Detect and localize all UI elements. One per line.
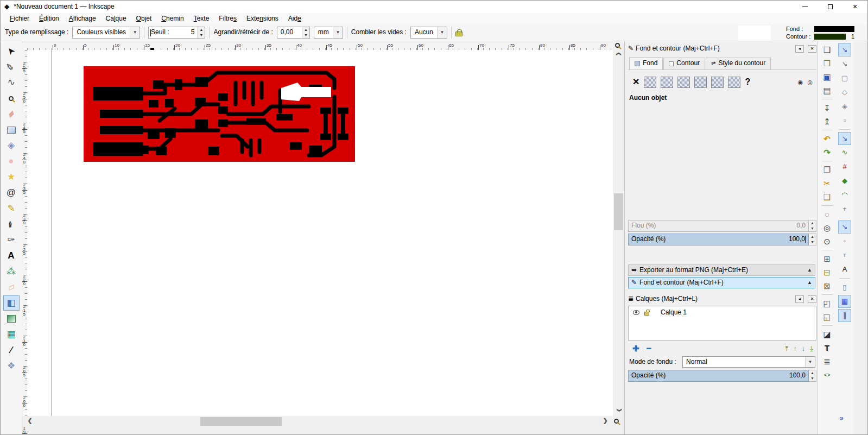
menu-aide[interactable]: Aide (283, 14, 306, 24)
threshold-spinner[interactable]: Seuil : 5 ▲▼ (148, 27, 205, 39)
dock-float-button[interactable]: ◂ (795, 295, 804, 303)
mesh-gradient-button[interactable] (694, 77, 707, 88)
zoom-page-button[interactable]: ⊙ (820, 235, 834, 248)
swatch-button[interactable] (728, 77, 740, 88)
xml-editor-button[interactable]: <> (820, 368, 834, 382)
tab-style-du-contour[interactable]: ⇌Style du contour (706, 58, 771, 70)
menu-chemin[interactable]: Chemin (156, 14, 188, 24)
export-png-button[interactable]: ↥ (820, 115, 834, 128)
reset-defaults-bucket-icon[interactable] (455, 31, 462, 36)
tool-node-editor[interactable]: ✐ (3, 59, 20, 74)
tool-measure[interactable]: ▰ (3, 106, 20, 122)
unlink-clone-button[interactable]: ⊠ (820, 279, 834, 293)
maximize-button[interactable] (818, 1, 842, 13)
export-png-bar[interactable]: ➥Exporter au format PNG (Maj+Ctrl+E)▲ (628, 264, 815, 276)
tool-tweak[interactable]: ∿ (3, 75, 20, 90)
tool-mesh-gradient[interactable]: ▦ (3, 327, 20, 342)
fill-stroke-dialog-button[interactable]: ◪ (820, 327, 834, 341)
flat-color-button[interactable] (644, 77, 656, 88)
undo-button[interactable]: ↶ (820, 132, 834, 146)
tool-text[interactable]: A (3, 248, 20, 263)
close-gaps-select[interactable]: Aucun ▼ (410, 27, 447, 39)
tool-pencil[interactable]: ✎ (3, 201, 20, 216)
vertical-scrollbar[interactable]: ❮ ❮ (613, 41, 624, 416)
snap-object-centers-button[interactable]: ◦ (838, 235, 851, 248)
snap-bbox-edge-midpoints-button[interactable]: ◈ (838, 100, 851, 113)
fill-type-select[interactable]: Couleurs visibles ▼ (72, 27, 140, 39)
snap-page-border-button[interactable]: ▯ (838, 281, 851, 294)
unknown-paint-button[interactable]: ? (745, 77, 750, 87)
snap-path-intersections-button[interactable]: # (838, 160, 851, 173)
horizontal-ruler[interactable]: 051015202530354045505560657075808590 (27, 43, 613, 50)
fill-stroke-bar[interactable]: ✎Fond et contour (Maj+Ctrl+F)▲ (628, 277, 815, 288)
layers-panel-header[interactable]: ≣ Calques (Maj+Ctrl+L) ◂ ✕ (628, 294, 816, 305)
spin-down-icon[interactable]: ▼ (809, 239, 816, 245)
blur-slider[interactable]: Flou (%) 0,0 (628, 220, 809, 232)
import-bitmap-button[interactable]: ↧ (820, 101, 834, 115)
zoom-corner-icon[interactable] (615, 43, 620, 48)
tool-selector[interactable]: ➤ (3, 43, 20, 59)
snap-guides-button[interactable]: ∥ (838, 309, 851, 322)
raise-layer-to-top-button[interactable]: ⤒ (785, 345, 789, 353)
tab-contour[interactable]: Contour (663, 58, 705, 70)
fill-color-swatch[interactable] (814, 26, 854, 32)
menu-objet[interactable]: Objet (131, 14, 157, 24)
create-clone-button[interactable]: ⊟ (820, 266, 834, 279)
tool-gradient[interactable] (3, 311, 20, 326)
snap-grid-button[interactable]: ▦ (838, 295, 851, 308)
duplicate-button[interactable]: ⊞ (820, 252, 834, 266)
menu-edition[interactable]: Édition (34, 14, 64, 24)
spin-down-icon[interactable]: ▼ (809, 376, 816, 381)
snap-bbox-centers-button[interactable]: ▫ (838, 114, 851, 127)
minimize-button[interactable] (793, 1, 818, 13)
menu-affichage[interactable]: Affichage (64, 14, 101, 24)
close-button[interactable]: ✕ (842, 1, 867, 13)
spin-down-icon[interactable]: ▼ (198, 33, 205, 38)
save-document-button[interactable]: ▣ (820, 70, 834, 84)
spin-up-icon[interactable]: ▲ (809, 370, 816, 376)
raise-layer-button[interactable]: ↑ (793, 345, 797, 353)
vertical-scroll-thumb[interactable] (614, 193, 623, 230)
tool-paint-bucket[interactable]: ◧ (3, 295, 20, 311)
tool-spiral[interactable]: @ (3, 185, 20, 200)
snap-paths-button[interactable]: ∿ (838, 146, 851, 159)
spin-up-icon[interactable]: ▲ (809, 220, 816, 226)
unit-select[interactable]: mm ▼ (314, 27, 343, 39)
grow-shrink-spinner[interactable]: 0,00 ▲▼ (277, 27, 310, 39)
toolbar-overflow-chevron[interactable]: » (840, 415, 844, 423)
copy-button[interactable]: ❐ (820, 163, 834, 176)
snap-rotation-centers-button[interactable]: + (838, 249, 851, 262)
zoom-drawing-button[interactable]: ◎ (820, 221, 834, 235)
spinner-arrows[interactable]: ▲▼ (302, 27, 309, 38)
snap-others-button[interactable]: ↘ (838, 220, 851, 234)
snap-line-midpoints-button[interactable]: + (838, 203, 851, 216)
spin-up-icon[interactable]: ▲ (809, 234, 816, 239)
spin-up-icon[interactable]: ▲ (302, 27, 309, 33)
tool-rectangle[interactable] (3, 122, 20, 137)
open-document-button[interactable]: ❒ (820, 56, 834, 70)
pattern-button[interactable] (711, 77, 724, 88)
menu-texte[interactable]: Texte (189, 14, 214, 24)
no-paint-button[interactable]: ✕ (632, 77, 639, 87)
blend-mode-select[interactable]: Normal ▼ (682, 356, 815, 368)
fill-rule-nonzero-button[interactable]: ◉ (798, 79, 803, 86)
canvas[interactable] (27, 50, 613, 416)
dock-float-button[interactable]: ◂ (795, 45, 804, 53)
vertical-ruler[interactable]: 255250245240235230225220215210205200195 (22, 50, 27, 416)
layer-visibility-eye-icon[interactable] (633, 310, 639, 315)
layer-name[interactable]: Calque 1 (661, 309, 687, 317)
document-properties-button[interactable]: ◱ (820, 310, 834, 324)
redo-button[interactable]: ↷ (820, 146, 834, 159)
spin-down-icon[interactable]: ▼ (302, 33, 309, 38)
tool-pen[interactable]: ✒ (3, 217, 20, 232)
layer-opacity-spinner-arrows[interactable]: ▲▼ (809, 370, 816, 382)
menu-fichier[interactable]: Fichier (5, 14, 34, 24)
tool-connector[interactable]: ❖ (3, 358, 20, 374)
stroke-color-swatch[interactable] (814, 34, 846, 40)
layers-dialog-button[interactable]: ≣ (820, 355, 834, 368)
layer-row[interactable]: Calque 1 (629, 306, 816, 319)
dock-close-button[interactable]: ✕ (808, 295, 816, 303)
lower-layer-button[interactable]: ↓ (802, 345, 806, 353)
tool-ellipse[interactable]: ● (3, 154, 20, 169)
scroll-right-button[interactable]: ❯ (601, 417, 610, 426)
